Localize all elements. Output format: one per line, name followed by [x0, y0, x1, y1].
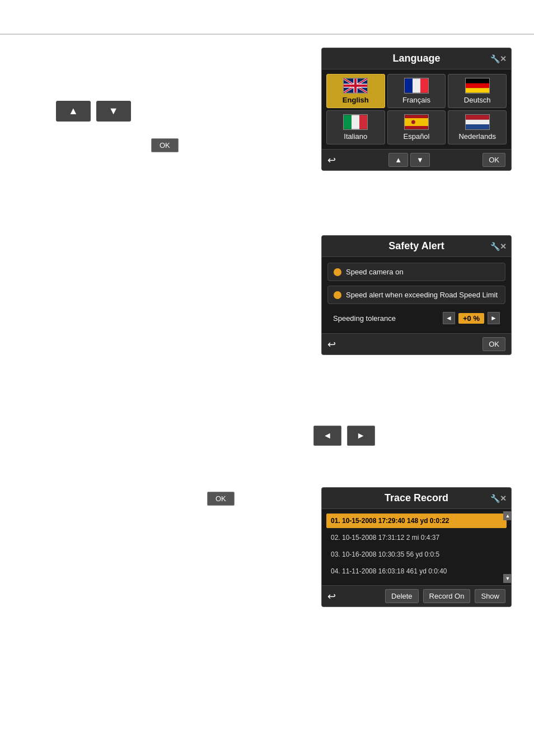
- espanol-label: Español: [404, 132, 430, 141]
- tolerance-increase-button[interactable]: ►: [488, 312, 500, 324]
- svg-rect-8: [344, 85, 367, 87]
- language-down-button[interactable]: ▼: [410, 153, 430, 167]
- prev-button[interactable]: ◄: [313, 426, 341, 446]
- svg-rect-15: [344, 115, 352, 129]
- safety-title: Safety Alert: [388, 240, 444, 251]
- svg-rect-10: [413, 78, 420, 92]
- language-footer-nav: ▲ ▼: [388, 153, 430, 167]
- lang-item-italiano[interactable]: Italiano: [326, 110, 385, 144]
- trace-row-2[interactable]: 02. 10-15-2008 17:31:12 2 mi 0:4:37: [326, 530, 507, 545]
- ok-button-trace[interactable]: OK: [207, 492, 235, 506]
- trace-title: Trace Record: [385, 492, 448, 503]
- language-ok-button[interactable]: OK: [483, 153, 505, 167]
- language-header-icon: 🔧✕: [490, 54, 507, 63]
- trace-scroll-controls: ▲ ▼: [503, 509, 512, 585]
- svg-rect-13: [466, 83, 489, 88]
- next-button[interactable]: ►: [347, 426, 375, 446]
- trace-row-3[interactable]: 03. 10-16-2008 10:30:35 56 yd 0:0:5: [326, 547, 507, 562]
- lang-item-nederlands[interactable]: Nederlands: [448, 110, 507, 144]
- deutsch-flag: [465, 78, 490, 94]
- trace-header-icon: 🔧✕: [490, 494, 507, 503]
- language-title: Language: [392, 53, 440, 64]
- trace-panel-header: Trace Record 🔧✕: [322, 488, 511, 509]
- trace-row-1[interactable]: 01. 10-15-2008 17:29:40 148 yd 0:0:22: [326, 514, 507, 528]
- tolerance-control: ◄ +0 % ►: [443, 312, 500, 324]
- trace-panel-footer: ↩ Delete Record On Show: [322, 585, 511, 606]
- lang-item-english[interactable]: English: [326, 74, 385, 108]
- svg-rect-16: [352, 115, 359, 129]
- ok-button-language[interactable]: OK: [151, 138, 179, 152]
- francais-flag: [404, 78, 429, 94]
- language-grid: English Français: [322, 69, 511, 149]
- speed-camera-row[interactable]: Speed camera on: [327, 263, 505, 281]
- language-nav-section: ▲ ▼ OK: [56, 95, 179, 152]
- deutsch-label: Deutsch: [464, 96, 491, 104]
- trace-record-1: 01. 10-15-2008 17:29:40 148 yd 0:0:22: [331, 517, 449, 525]
- trace-back-button[interactable]: ↩: [327, 590, 336, 603]
- safety-panel-header: Safety Alert 🔧✕: [322, 236, 511, 257]
- safety-ok-button[interactable]: OK: [483, 337, 505, 351]
- safety-alert-section: Safety Alert 🔧✕ Speed camera on Speed al…: [321, 235, 512, 372]
- tolerance-decrease-button[interactable]: ◄: [443, 312, 455, 324]
- espanol-flag: [404, 114, 429, 130]
- svg-point-20: [411, 120, 415, 124]
- english-label: English: [343, 96, 369, 104]
- trace-show-button[interactable]: Show: [475, 589, 505, 603]
- tolerance-label: Speeding tolerance: [333, 314, 396, 323]
- trace-record-2: 02. 10-15-2008 17:31:12 2 mi 0:4:37: [331, 534, 439, 542]
- svg-rect-14: [466, 88, 489, 92]
- nederlands-flag: [465, 114, 490, 130]
- safety-back-button[interactable]: ↩: [327, 338, 336, 351]
- trace-delete-button[interactable]: Delete: [385, 589, 419, 603]
- lang-item-deutsch[interactable]: Deutsch: [448, 74, 507, 108]
- svg-rect-19: [405, 118, 428, 126]
- speed-camera-indicator: [334, 268, 341, 276]
- trace-record-section: Trace Record 🔧✕ 01. 10-15-2008 17:29:40 …: [321, 487, 512, 624]
- speed-camera-label: Speed camera on: [346, 268, 404, 276]
- trace-record-4: 04. 11-11-2008 16:03:18 461 yd 0:0:40: [331, 567, 447, 575]
- svg-rect-9: [405, 78, 413, 92]
- english-flag: [343, 78, 368, 94]
- ok-button-trace-container: OK: [207, 492, 235, 506]
- trace-body: 01. 10-15-2008 17:29:40 148 yd 0:0:22 02…: [322, 509, 511, 585]
- lang-item-espanol[interactable]: Español: [387, 110, 446, 144]
- svg-rect-23: [466, 124, 489, 129]
- tolerance-value: +0 %: [458, 313, 484, 324]
- nav-up-button[interactable]: ▲: [56, 101, 91, 122]
- language-panel-header: Language 🔧✕: [322, 48, 511, 69]
- language-up-button[interactable]: ▲: [388, 153, 408, 167]
- trace-row-4[interactable]: 04. 11-11-2008 16:03:18 461 yd 0:0:40: [326, 564, 507, 578]
- nav-down-button[interactable]: ▼: [96, 101, 131, 122]
- speed-alert-label: Speed alert when exceeding Road Speed Li…: [346, 291, 498, 299]
- tolerance-row: Speeding tolerance ◄ +0 % ►: [327, 309, 505, 328]
- svg-rect-21: [466, 115, 489, 119]
- francais-label: Français: [402, 96, 430, 104]
- safety-panel-footer: ↩ OK: [322, 333, 511, 354]
- trace-record-on-button[interactable]: Record On: [423, 589, 471, 603]
- trace-scroll-up-button[interactable]: ▲: [503, 511, 512, 520]
- nederlands-label: Nederlands: [458, 132, 496, 141]
- left-right-nav-buttons: ◄ ►: [313, 426, 375, 446]
- language-panel-footer: ↩ ▲ ▼ OK: [322, 149, 511, 170]
- italiano-label: Italiano: [344, 132, 367, 141]
- language-panel: Language 🔧✕: [321, 48, 512, 188]
- safety-header-icon: 🔧✕: [490, 242, 507, 251]
- speed-alert-indicator: [334, 291, 341, 299]
- svg-rect-11: [420, 78, 428, 92]
- italiano-flag: [343, 114, 368, 130]
- trace-footer-right: Delete Record On Show: [385, 589, 505, 603]
- lang-item-francais[interactable]: Français: [387, 74, 446, 108]
- language-back-button[interactable]: ↩: [327, 154, 336, 166]
- svg-rect-22: [466, 120, 489, 124]
- trace-record-3: 03. 10-16-2008 10:30:35 56 yd 0:0:5: [331, 550, 439, 558]
- speed-alert-row[interactable]: Speed alert when exceeding Road Speed Li…: [327, 286, 505, 304]
- safety-panel-body: Speed camera on Speed alert when exceedi…: [322, 257, 511, 333]
- svg-rect-17: [359, 115, 367, 129]
- top-divider: [0, 34, 534, 35]
- trace-scroll-down-button[interactable]: ▼: [503, 574, 512, 583]
- svg-rect-12: [466, 78, 489, 83]
